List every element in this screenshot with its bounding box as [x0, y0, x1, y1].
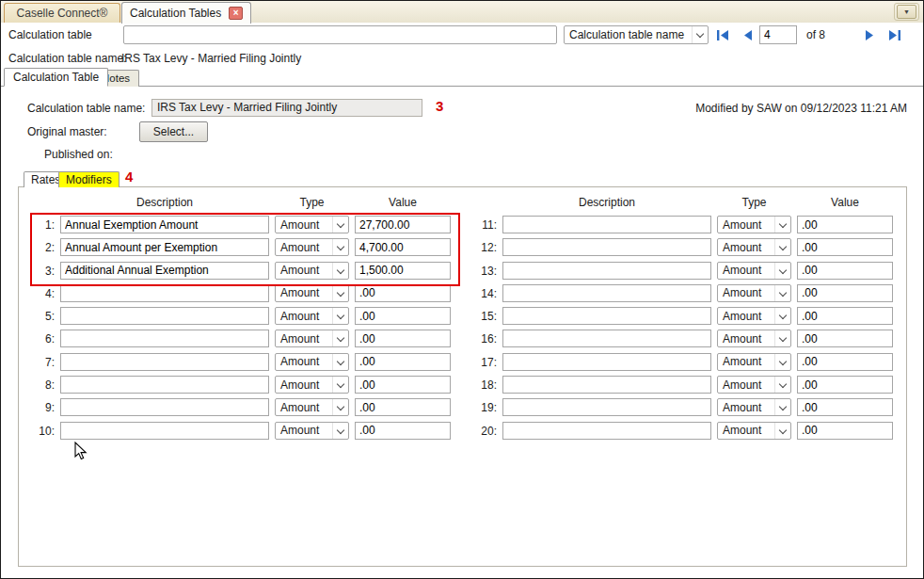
- record-number-input[interactable]: [759, 25, 797, 44]
- description-input[interactable]: [502, 398, 711, 416]
- type-select[interactable]: Amount: [717, 238, 791, 256]
- row-number-label: 12:: [461, 241, 497, 254]
- description-input[interactable]: [502, 307, 711, 325]
- description-input[interactable]: [502, 262, 711, 280]
- type-select-value: Amount: [718, 241, 774, 254]
- description-input[interactable]: [60, 238, 269, 256]
- value-input[interactable]: [797, 398, 893, 416]
- type-select[interactable]: Amount: [717, 353, 791, 371]
- type-select[interactable]: Amount: [275, 330, 349, 347]
- value-input[interactable]: [355, 238, 451, 256]
- first-record-button[interactable]: [712, 26, 733, 43]
- description-input[interactable]: [502, 330, 711, 347]
- description-input[interactable]: [60, 307, 269, 325]
- calculation-table-name-field[interactable]: IRS Tax Levy - Married Filing Jointly: [151, 99, 422, 117]
- annotation-step-3: 3: [436, 98, 443, 114]
- type-select[interactable]: Amount: [275, 284, 349, 302]
- modifier-row: 10:Amount: [19, 420, 466, 442]
- value-input[interactable]: [355, 422, 451, 440]
- type-select[interactable]: Amount: [275, 398, 349, 416]
- tab-caselle-connect[interactable]: Caselle Connect®: [4, 3, 120, 23]
- type-select[interactable]: Amount: [717, 422, 791, 440]
- value-input[interactable]: [355, 376, 451, 394]
- type-select[interactable]: Amount: [717, 330, 791, 347]
- modifier-row: 4:Amount: [19, 282, 466, 305]
- value-input[interactable]: [355, 262, 451, 280]
- modifier-row: 6:Amount: [19, 328, 466, 350]
- description-input[interactable]: [502, 216, 711, 233]
- modifier-row: 3:Amount: [19, 260, 466, 282]
- type-select[interactable]: Amount: [717, 398, 791, 416]
- description-input[interactable]: [60, 398, 269, 416]
- type-select[interactable]: Amount: [717, 262, 791, 280]
- type-select[interactable]: Amount: [717, 216, 791, 233]
- modifier-row: 8:Amount: [19, 374, 466, 396]
- value-input[interactable]: [797, 238, 893, 256]
- chevron-down-icon: [332, 308, 348, 324]
- type-select[interactable]: Amount: [275, 262, 349, 280]
- type-select-value: Amount: [276, 218, 332, 232]
- type-select[interactable]: Amount: [275, 422, 349, 440]
- value-input[interactable]: [797, 307, 893, 325]
- type-select[interactable]: Amount: [275, 353, 349, 371]
- row-number-label: 10:: [19, 425, 55, 438]
- type-select[interactable]: Amount: [275, 307, 349, 325]
- description-input[interactable]: [60, 330, 269, 347]
- search-input[interactable]: [123, 25, 557, 44]
- description-input[interactable]: [60, 284, 269, 302]
- modifier-row: 20:Amount: [461, 420, 908, 442]
- description-input[interactable]: [502, 376, 711, 394]
- value-input[interactable]: [355, 353, 451, 371]
- value-input[interactable]: [797, 216, 893, 233]
- description-input[interactable]: [60, 353, 269, 371]
- chevron-down-icon[interactable]: ▼: [897, 5, 916, 19]
- type-select-value: Amount: [276, 378, 332, 392]
- description-input[interactable]: [502, 422, 711, 440]
- type-select[interactable]: Amount: [275, 216, 349, 233]
- value-input[interactable]: [797, 422, 893, 440]
- value-input[interactable]: [797, 330, 893, 347]
- type-select-value: Amount: [276, 264, 332, 277]
- value-input[interactable]: [355, 330, 451, 347]
- value-input[interactable]: [797, 262, 893, 280]
- chevron-down-icon: [332, 399, 348, 415]
- description-input[interactable]: [60, 216, 269, 233]
- chevron-down-icon: [332, 330, 348, 346]
- type-select[interactable]: Amount: [275, 238, 349, 256]
- value-input[interactable]: [797, 376, 893, 394]
- row-number-label: 14:: [461, 287, 497, 300]
- value-input[interactable]: [355, 307, 451, 325]
- type-select[interactable]: Amount: [717, 376, 791, 394]
- tab-modifiers[interactable]: Modifiers: [58, 171, 119, 187]
- description-input[interactable]: [502, 238, 711, 256]
- close-icon[interactable]: ×: [229, 7, 243, 20]
- next-record-button[interactable]: [859, 26, 880, 43]
- last-record-icon: [887, 30, 901, 40]
- value-input[interactable]: [355, 284, 451, 302]
- type-select[interactable]: Amount: [717, 307, 791, 325]
- row-number-label: 4:: [19, 287, 55, 300]
- description-input[interactable]: [502, 284, 711, 302]
- description-input[interactable]: [60, 376, 269, 394]
- next-record-icon: [865, 30, 875, 40]
- value-input[interactable]: [355, 216, 451, 233]
- value-input[interactable]: [797, 284, 893, 302]
- type-select[interactable]: Amount: [717, 284, 791, 302]
- select-button[interactable]: Select...: [139, 121, 208, 142]
- modifier-row: 7:Amount: [19, 351, 466, 374]
- description-input[interactable]: [502, 353, 711, 371]
- value-input[interactable]: [355, 398, 451, 416]
- tab-calculation-tables[interactable]: Calculation Tables ×: [121, 2, 251, 24]
- modified-by-label: Modified by SAW on 09/12/2023 11:21 AM: [695, 102, 907, 115]
- description-input[interactable]: [60, 262, 269, 280]
- value-input[interactable]: [797, 353, 893, 371]
- field-selector-combobox[interactable]: Calculation table name: [564, 25, 709, 44]
- tab-calculation-table[interactable]: Calculation Table: [4, 68, 108, 87]
- modifier-row: 16:Amount: [461, 328, 908, 350]
- modifier-row: 5:Amount: [19, 305, 466, 328]
- type-select[interactable]: Amount: [275, 376, 349, 394]
- description-input[interactable]: [60, 422, 269, 440]
- previous-record-button[interactable]: [737, 26, 757, 43]
- last-record-button[interactable]: [884, 26, 904, 43]
- chevron-down-icon: [774, 423, 790, 439]
